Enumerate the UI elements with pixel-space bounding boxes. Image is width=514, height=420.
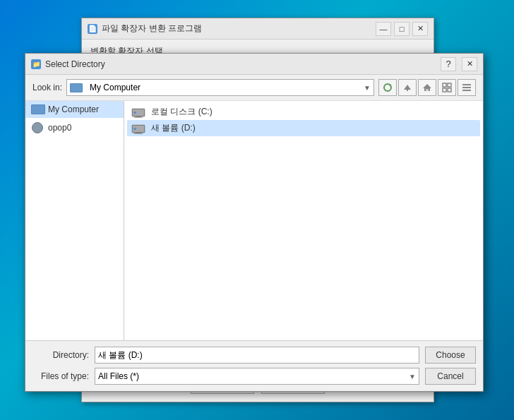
svg-rect-16 <box>134 116 143 117</box>
d-drive-icon <box>131 123 145 134</box>
computer-icon <box>70 83 83 92</box>
up-button[interactable] <box>398 79 417 96</box>
c-drive-icon <box>131 107 145 118</box>
look-in-select[interactable]: My Computer ▼ <box>66 79 374 96</box>
toolbar-row: Look in: My Computer ▼ <box>25 75 483 101</box>
svg-rect-9 <box>448 88 451 92</box>
c-drive-label: 로컬 디스크 (C:) <box>151 106 213 118</box>
refresh-button[interactable] <box>378 79 397 96</box>
dialog-close-button[interactable]: ✕ <box>462 57 477 71</box>
svg-rect-8 <box>443 88 446 92</box>
look-in-value: My Computer <box>90 83 359 92</box>
bg-window-icon: 📄 <box>88 24 97 34</box>
dialog-title: Select Directory <box>45 59 436 69</box>
bg-window-title: 파일 확장자 변환 프로그램 <box>102 23 371 35</box>
left-panel: My Computer opop0 <box>25 101 124 340</box>
directory-row: Directory: Choose <box>32 347 476 364</box>
cancel-button[interactable]: Cancel <box>425 368 476 385</box>
svg-rect-10 <box>462 84 471 85</box>
my-computer-icon <box>31 104 44 114</box>
home-button[interactable] <box>418 79 436 96</box>
svg-rect-5 <box>426 89 429 91</box>
files-of-type-value: All Files (*) <box>98 371 409 381</box>
files-of-type-label: Files of type: <box>32 371 89 381</box>
bg-window-titlebar: 📄 파일 확장자 변환 프로그램 — □ ✕ <box>82 18 434 40</box>
choose-button[interactable]: Choose <box>425 347 476 364</box>
bg-minimize-button[interactable]: — <box>376 22 391 36</box>
directory-input[interactable] <box>95 347 419 364</box>
svg-rect-15 <box>136 116 141 117</box>
right-panel: 로컬 디스크 (C:) 새 볼륨 (D:) <box>124 101 483 340</box>
svg-point-17 <box>134 112 136 114</box>
bg-window-controls: — □ ✕ <box>376 22 428 36</box>
svg-rect-6 <box>443 83 446 87</box>
svg-point-22 <box>134 128 136 130</box>
svg-rect-7 <box>448 83 451 87</box>
directory-label: Directory: <box>32 350 89 360</box>
svg-rect-12 <box>462 90 471 91</box>
look-in-label: Look in: <box>32 83 62 92</box>
file-item-d-drive[interactable]: 새 볼륨 (D:) <box>127 120 480 136</box>
select-directory-dialog: 📁 Select Directory ? ✕ Look in: My Compu… <box>25 53 484 392</box>
files-of-type-select[interactable]: All Files (*) ▼ <box>95 368 419 385</box>
svg-rect-20 <box>136 132 141 133</box>
svg-rect-11 <box>462 87 471 88</box>
list-view-button[interactable] <box>458 79 476 96</box>
svg-marker-2 <box>404 85 411 90</box>
user-avatar <box>32 122 43 133</box>
dropdown-arrow-icon: ▼ <box>364 84 371 92</box>
my-computer-label: My Computer <box>48 104 99 114</box>
dialog-title-icon: 📁 <box>31 59 41 69</box>
svg-rect-21 <box>134 133 143 133</box>
opop0-label: opop0 <box>48 123 71 133</box>
left-item-my-computer[interactable]: My Computer <box>25 101 124 118</box>
bg-close-button[interactable]: ✕ <box>412 22 428 36</box>
help-button[interactable]: ? <box>441 57 456 71</box>
svg-rect-3 <box>407 89 408 91</box>
d-drive-label: 새 볼륨 (D:) <box>151 122 196 134</box>
content-area: My Computer opop0 <box>25 101 483 341</box>
bottom-section: Directory: Choose Files of type: All Fil… <box>25 341 483 390</box>
dialog-titlebar: 📁 Select Directory ? ✕ <box>25 54 483 75</box>
files-of-type-row: Files of type: All Files (*) ▼ Cancel <box>32 368 476 385</box>
files-of-type-arrow-icon: ▼ <box>409 373 416 380</box>
toolbar-buttons <box>378 79 476 96</box>
file-item-c-drive[interactable]: 로컬 디스크 (C:) <box>127 104 480 120</box>
grid-view-button[interactable] <box>438 79 456 96</box>
left-item-opop0[interactable]: opop0 <box>25 118 124 138</box>
bg-maximize-button[interactable]: □ <box>394 22 410 36</box>
user-icon <box>31 121 44 134</box>
